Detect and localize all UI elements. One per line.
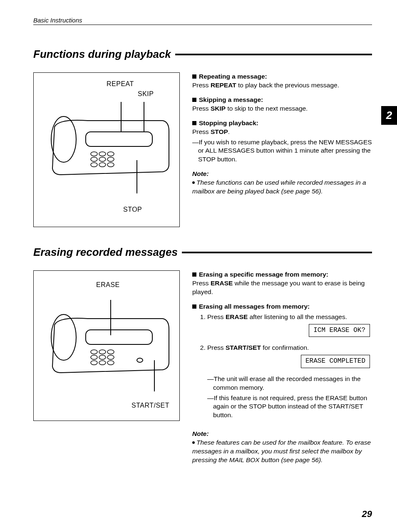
fax-illustration-icon <box>38 102 175 193</box>
svg-point-7 <box>107 152 114 156</box>
section-title-row-2: Erasing recorded messages <box>33 246 372 259</box>
figure-playback: REPEAT SKIP STOP <box>33 72 180 227</box>
svg-point-22 <box>99 355 106 359</box>
dash-2: —If this feature is not required, press … <box>207 394 372 420</box>
t: These functions can be used while record… <box>192 179 366 195</box>
erase-specific-body: Press ERASE while the message you want t… <box>192 279 372 297</box>
section-1-body: REPEAT SKIP STOP <box>33 72 372 227</box>
svg-point-19 <box>99 350 106 354</box>
label-repeat: REPEAT <box>107 80 134 88</box>
label-erase: ERASE <box>96 281 120 289</box>
svg-rect-1 <box>86 132 152 146</box>
stop-dash: —If you wish to resume playback, press t… <box>192 138 372 164</box>
callouts-1: Repeating a message: Press REPEAT to pla… <box>192 72 372 227</box>
step-2: Press START/SET for confirmation. ERASE … <box>207 344 372 373</box>
t: Press <box>192 82 211 89</box>
section-2-body: ERASE START/SET <box>33 270 372 466</box>
t: . <box>228 128 230 135</box>
label-skip: SKIP <box>138 90 154 98</box>
note-head-1: Note: <box>192 170 372 178</box>
figure-erase: ERASE START/SET <box>33 270 180 421</box>
lcd-display-1: ICM ERASE OK? <box>309 324 370 337</box>
erase-all-title: Erasing all messages from memory: <box>199 303 310 310</box>
section-title-row: Functions during playback <box>33 48 372 61</box>
fax-illustration-icon <box>38 300 175 391</box>
svg-rect-15 <box>86 330 152 344</box>
page: Basic Instructions 2 Functions during pl… <box>0 0 397 532</box>
svg-point-10 <box>107 157 114 161</box>
svg-point-26 <box>107 361 114 365</box>
page-number: 29 <box>362 509 372 520</box>
svg-point-9 <box>99 157 106 161</box>
t: Press <box>192 105 211 112</box>
title-rule <box>175 54 372 55</box>
svg-point-6 <box>99 152 106 156</box>
round-bullet-icon <box>192 441 195 444</box>
t: START/SET <box>226 344 261 351</box>
svg-point-13 <box>107 163 114 167</box>
t: These features can be used for the mailb… <box>192 439 371 463</box>
svg-point-27 <box>137 358 143 362</box>
t: Press <box>207 313 226 320</box>
square-bullet-icon <box>192 74 196 79</box>
svg-point-12 <box>99 163 106 167</box>
lcd-display-2: ERASE COMPLETED <box>301 355 370 368</box>
svg-point-24 <box>91 361 97 365</box>
svg-point-0 <box>51 116 76 162</box>
svg-point-8 <box>91 157 97 161</box>
chapter-tab: 2 <box>381 106 397 125</box>
title-rule <box>182 252 372 253</box>
svg-point-5 <box>91 152 97 156</box>
label-stop: STOP <box>123 206 142 213</box>
step-1: Press ERASE after listening to all the m… <box>207 313 372 342</box>
t: after listening to all the messages. <box>248 313 347 320</box>
note-head-2: Note: <box>192 430 372 438</box>
label-startset: START/SET <box>132 402 169 409</box>
t: ERASE <box>211 280 233 287</box>
note-body-2: These features can be used for the mailb… <box>192 438 372 465</box>
svg-point-18 <box>91 350 97 354</box>
svg-point-14 <box>51 314 76 360</box>
section-title-2: Erasing recorded messages <box>33 246 178 259</box>
square-bullet-icon <box>192 272 196 277</box>
square-bullet-icon <box>192 304 196 309</box>
t: Press <box>207 344 226 351</box>
round-bullet-icon <box>192 181 195 184</box>
svg-point-25 <box>99 361 106 365</box>
stop-line: Press STOP. <box>192 128 372 136</box>
svg-point-20 <box>107 350 114 354</box>
svg-point-11 <box>91 163 97 167</box>
repeat-body: Press REPEAT to play back the previous m… <box>192 81 372 90</box>
note-body-1: These functions can be used while record… <box>192 178 372 196</box>
running-head: Basic Instructions <box>33 17 372 25</box>
t: SKIP <box>211 105 226 112</box>
t: REPEAT <box>211 82 236 89</box>
skip-title: Skipping a message: <box>199 96 263 103</box>
t: Press <box>192 280 211 287</box>
dash-1: —The unit will erase all the recorded me… <box>207 375 372 392</box>
square-bullet-icon <box>192 98 196 102</box>
erase-specific-title: Erasing a specific message from memory: <box>199 271 328 278</box>
stop-title: Stopping playback: <box>199 119 258 126</box>
svg-point-23 <box>107 355 114 359</box>
t: STOP <box>211 128 228 135</box>
callouts-2: Erasing a specific message from memory: … <box>192 270 372 466</box>
t: for confirmation. <box>261 344 309 351</box>
skip-body: Press SKIP to skip to the next message. <box>192 104 372 113</box>
t: ERASE <box>226 313 248 320</box>
repeat-title: Repeating a message: <box>199 73 267 80</box>
erase-all-steps: Press ERASE after listening to all the m… <box>192 313 372 373</box>
square-bullet-icon <box>192 121 196 125</box>
section-title-1: Functions during playback <box>33 48 171 61</box>
t: to play back the previous message. <box>236 82 339 89</box>
svg-point-21 <box>91 355 97 359</box>
t: to skip to the next message. <box>226 105 308 112</box>
t: Press <box>192 128 211 135</box>
